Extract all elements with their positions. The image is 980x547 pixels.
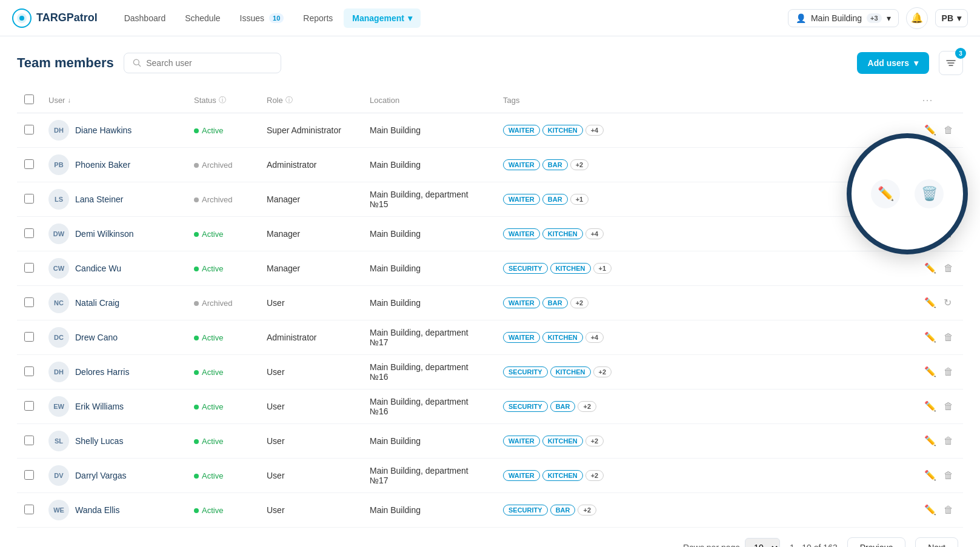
edit-button[interactable]: ✏️	[922, 502, 939, 518]
tag: BAR	[542, 194, 568, 205]
issues-badge: 10	[269, 13, 284, 23]
avatar: LS	[48, 189, 69, 210]
row-checkbox[interactable]	[24, 436, 34, 445]
magnify-archive-button[interactable]: 🗑️	[915, 179, 944, 208]
delete-button[interactable]: 🗑	[941, 260, 956, 276]
row-checkbox[interactable]	[24, 470, 34, 480]
edit-button[interactable]: ✏️	[922, 433, 939, 449]
edit-button[interactable]: ✏️	[922, 294, 939, 311]
status-dot	[194, 370, 199, 375]
location-cell: Main Building, department №15	[362, 182, 496, 217]
table-row: DH Diane Hawkins Active Super Administra…	[17, 113, 963, 148]
actions-cell: ✏️ 🗑	[915, 493, 963, 525]
delete-button[interactable]: 🗑	[941, 364, 956, 380]
row-checkbox[interactable]	[24, 401, 34, 411]
delete-button[interactable]: 🗑	[941, 468, 956, 483]
filter-badge: 3	[955, 48, 966, 59]
table-wrapper: User ↓ Status ⓘ Role	[17, 87, 963, 528]
search-box[interactable]	[124, 53, 281, 73]
status-dot	[194, 405, 199, 409]
col-header-status: Status ⓘ	[194, 95, 252, 105]
tag: KITCHEN	[542, 332, 583, 343]
row-checkbox[interactable]	[24, 194, 34, 204]
nav-dashboard[interactable]: Dashboard	[116, 8, 175, 28]
team-members-table: User ↓ Status ⓘ Role	[17, 87, 963, 528]
select-all-checkbox[interactable]	[24, 94, 34, 104]
actions-cell: ✏️ ↻	[915, 286, 963, 317]
status-dot	[194, 336, 199, 340]
magnify-edit-button[interactable]: ✏️	[871, 179, 900, 208]
user-cell: SL Shelly Lucas	[48, 431, 179, 451]
info-icon: ⓘ	[219, 95, 226, 105]
status-dot	[194, 128, 199, 133]
delete-button[interactable]: 🗑	[941, 433, 956, 449]
delete-button[interactable]: 🗑	[941, 502, 956, 518]
edit-button[interactable]: ✏️	[922, 329, 939, 345]
row-checkbox[interactable]	[24, 505, 34, 514]
search-input[interactable]	[146, 58, 272, 68]
user-cell: PB Phoenix Baker	[48, 154, 179, 175]
table-row: WE Wanda Ellis Active User Main Building…	[17, 493, 963, 528]
location-cell: Main Building	[362, 286, 496, 320]
tag: BAR	[542, 159, 568, 170]
table-row: DH Delores Harris Active User Main Build…	[17, 355, 963, 390]
tag: WAITER	[503, 159, 540, 170]
filter-button[interactable]: 3	[939, 51, 963, 75]
tag: WAITER	[503, 297, 540, 308]
nav-reports[interactable]: Reports	[295, 8, 341, 28]
avatar: DC	[48, 327, 69, 348]
table-row: CW Candice Wu Active Manager Main Buildi…	[17, 251, 963, 286]
tag: WAITER	[503, 436, 540, 446]
nav-management[interactable]: Management ▾	[344, 8, 421, 28]
user-menu-button[interactable]: PB ▾	[935, 9, 968, 27]
edit-button[interactable]: ✏️	[922, 363, 939, 380]
tag: SECURITY	[503, 401, 548, 412]
row-checkbox[interactable]	[24, 366, 34, 376]
user-name: Shelly Lucas	[75, 436, 123, 446]
tag-extra: +2	[570, 159, 589, 170]
row-checkbox[interactable]	[24, 159, 34, 169]
row-checkbox[interactable]	[24, 332, 34, 342]
status-badge: Active	[194, 402, 223, 411]
rows-per-page-select[interactable]: 10 25 50	[745, 538, 780, 547]
add-users-button[interactable]: Add users ▾	[857, 52, 929, 74]
nav-issues[interactable]: Issues 10	[232, 8, 293, 28]
edit-button[interactable]: ✏️	[922, 260, 939, 276]
previous-button[interactable]: Previous	[847, 537, 905, 547]
role-cell: User	[259, 355, 362, 390]
delete-button[interactable]: 🗑	[941, 399, 956, 414]
logo[interactable]: TARGPatrol	[12, 8, 98, 28]
magnify-overlay: ✏️ 🗑️	[847, 133, 968, 254]
user-cell: NC Natali Craig	[48, 293, 179, 313]
tag: SECURITY	[503, 366, 548, 377]
column-menu-button[interactable]: ⋯	[922, 94, 934, 106]
row-checkbox[interactable]	[24, 125, 34, 134]
delete-button[interactable]: 🗑	[941, 330, 956, 345]
tags-cell: WAITERKITCHEN+2	[496, 424, 915, 459]
user-name: Erik Williams	[75, 402, 124, 411]
next-button[interactable]: Next	[915, 537, 958, 547]
row-checkbox[interactable]	[24, 263, 34, 273]
user-cell: DC Drew Cano	[48, 327, 179, 348]
nav-links: Dashboard Schedule Issues 10 Reports Man…	[116, 8, 421, 28]
edit-button[interactable]: ✏️	[922, 398, 939, 414]
notifications-button[interactable]: 🔔	[906, 7, 928, 29]
tag: SECURITY	[503, 505, 548, 516]
status-badge: Active	[194, 437, 223, 446]
building-selector[interactable]: 👤 Main Building +3 ▾	[788, 9, 899, 27]
role-cell: Manager	[259, 251, 362, 286]
avatar: DW	[48, 224, 69, 244]
row-checkbox[interactable]	[24, 228, 34, 238]
restore-button[interactable]: ↻	[941, 294, 954, 311]
role-cell: User	[259, 459, 362, 493]
status-dot	[194, 301, 199, 306]
tag: KITCHEN	[542, 436, 583, 446]
tag: SECURITY	[503, 263, 548, 274]
edit-button[interactable]: ✏️	[922, 467, 939, 483]
avatar: WE	[48, 500, 69, 520]
row-checkbox[interactable]	[24, 297, 34, 307]
navbar: TARGPatrol Dashboard Schedule Issues 10 …	[0, 0, 980, 36]
nav-schedule[interactable]: Schedule	[176, 8, 228, 28]
user-name: Demi Wilkinson	[75, 229, 133, 239]
delete-button[interactable]: 🗑	[941, 122, 956, 138]
